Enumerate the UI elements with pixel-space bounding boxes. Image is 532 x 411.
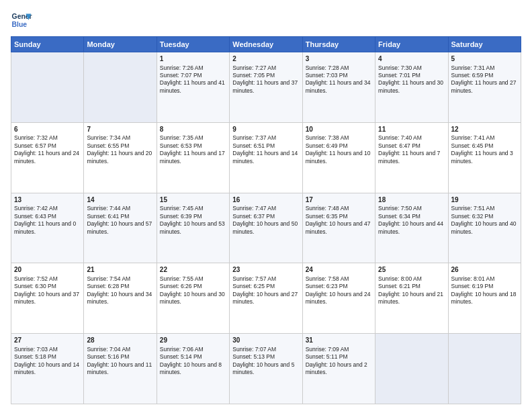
sunrise-text: Sunrise: 7:07 AM bbox=[232, 346, 276, 353]
sunrise-text: Sunrise: 7:06 AM bbox=[160, 346, 204, 353]
logo-icon: General Blue bbox=[11, 9, 32, 31]
day-number: 8 bbox=[160, 125, 226, 134]
day-number: 7 bbox=[87, 125, 153, 134]
daylight-text: Daylight: 11 hours and 30 minutes. bbox=[378, 79, 443, 93]
sunset-text: Sunset: 6:19 PM bbox=[451, 283, 494, 289]
calendar-cell: 22Sunrise: 7:55 AMSunset: 6:26 PMDayligh… bbox=[157, 263, 229, 334]
daylight-text: Daylight: 11 hours and 34 minutes. bbox=[306, 79, 371, 93]
calendar-cell: 26Sunrise: 8:01 AMSunset: 6:19 PMDayligh… bbox=[448, 263, 521, 334]
daylight-text: Daylight: 10 hours and 14 minutes. bbox=[14, 361, 79, 375]
calendar-row-0: 1Sunrise: 7:26 AMSunset: 7:07 PMDaylight… bbox=[11, 52, 521, 123]
daylight-text: Daylight: 11 hours and 37 minutes. bbox=[232, 79, 298, 93]
day-number: 5 bbox=[451, 54, 518, 64]
calendar-cell: 6Sunrise: 7:32 AMSunset: 6:57 PMDaylight… bbox=[11, 122, 84, 193]
sunrise-text: Sunrise: 7:45 AM bbox=[160, 205, 204, 212]
calendar-row-4: 27Sunrise: 7:03 AMSunset: 5:18 PMDayligh… bbox=[11, 334, 521, 404]
sunrise-text: Sunrise: 7:58 AM bbox=[306, 275, 349, 282]
sunrise-text: Sunrise: 8:00 AM bbox=[378, 275, 422, 282]
sunrise-text: Sunrise: 7:32 AM bbox=[14, 134, 58, 141]
calendar-cell: 7Sunrise: 7:34 AMSunset: 6:55 PMDaylight… bbox=[84, 122, 157, 193]
weekday-header-friday: Friday bbox=[375, 37, 448, 52]
day-number: 1 bbox=[160, 54, 226, 64]
day-number: 25 bbox=[378, 265, 445, 275]
calendar-cell: 4Sunrise: 7:30 AMSunset: 7:01 PMDaylight… bbox=[375, 52, 448, 123]
calendar-cell: 20Sunrise: 7:52 AMSunset: 6:30 PMDayligh… bbox=[11, 263, 84, 334]
calendar-cell: 10Sunrise: 7:38 AMSunset: 6:49 PMDayligh… bbox=[302, 122, 375, 193]
svg-text:Blue: Blue bbox=[12, 21, 28, 28]
day-number: 30 bbox=[232, 336, 299, 345]
calendar-cell: 30Sunrise: 7:07 AMSunset: 5:13 PMDayligh… bbox=[230, 334, 302, 404]
daylight-text: Daylight: 10 hours and 24 minutes. bbox=[306, 291, 371, 305]
day-number: 28 bbox=[87, 336, 153, 345]
sunrise-text: Sunrise: 7:27 AM bbox=[232, 64, 276, 71]
sunset-text: Sunset: 6:37 PM bbox=[232, 213, 275, 220]
sunrise-text: Sunrise: 7:51 AM bbox=[451, 205, 495, 212]
calendar-cell: 12Sunrise: 7:41 AMSunset: 6:45 PMDayligh… bbox=[448, 122, 521, 193]
day-number: 11 bbox=[378, 125, 445, 134]
day-number: 27 bbox=[14, 336, 81, 345]
calendar-cell: 9Sunrise: 7:37 AMSunset: 6:51 PMDaylight… bbox=[230, 122, 302, 193]
daylight-text: Daylight: 11 hours and 3 minutes. bbox=[451, 150, 513, 164]
sunset-text: Sunset: 7:03 PM bbox=[306, 72, 348, 79]
calendar-cell: 19Sunrise: 7:51 AMSunset: 6:32 PMDayligh… bbox=[448, 193, 521, 263]
daylight-text: Daylight: 11 hours and 27 minutes. bbox=[451, 79, 517, 93]
sunrise-text: Sunrise: 7:40 AM bbox=[378, 134, 422, 141]
calendar-row-2: 13Sunrise: 7:42 AMSunset: 6:43 PMDayligh… bbox=[11, 193, 521, 263]
daylight-text: Daylight: 10 hours and 2 minutes. bbox=[306, 361, 367, 375]
daylight-text: Daylight: 10 hours and 44 minutes. bbox=[378, 220, 443, 234]
sunset-text: Sunset: 6:32 PM bbox=[451, 213, 494, 220]
sunrise-text: Sunrise: 7:09 AM bbox=[306, 346, 349, 353]
daylight-text: Daylight: 10 hours and 37 minutes. bbox=[14, 291, 79, 305]
sunset-text: Sunset: 7:01 PM bbox=[378, 72, 420, 79]
calendar-cell: 28Sunrise: 7:04 AMSunset: 5:16 PMDayligh… bbox=[84, 334, 157, 404]
day-number: 9 bbox=[232, 125, 299, 134]
sunset-text: Sunset: 5:11 PM bbox=[306, 353, 348, 360]
sunset-text: Sunset: 6:43 PM bbox=[14, 213, 56, 220]
daylight-text: Daylight: 11 hours and 0 minutes. bbox=[14, 220, 76, 234]
daylight-text: Daylight: 10 hours and 53 minutes. bbox=[160, 220, 225, 234]
day-number: 18 bbox=[378, 195, 445, 205]
sunset-text: Sunset: 6:34 PM bbox=[378, 213, 420, 220]
calendar-cell: 13Sunrise: 7:42 AMSunset: 6:43 PMDayligh… bbox=[11, 193, 84, 263]
day-number: 14 bbox=[87, 195, 153, 205]
day-number: 31 bbox=[306, 336, 372, 345]
day-number: 16 bbox=[232, 195, 299, 205]
calendar-cell: 23Sunrise: 7:57 AMSunset: 6:25 PMDayligh… bbox=[230, 263, 302, 334]
sunrise-text: Sunrise: 7:42 AM bbox=[14, 205, 58, 212]
weekday-header-thursday: Thursday bbox=[302, 37, 375, 52]
weekday-header-sunday: Sunday bbox=[11, 37, 84, 52]
weekday-header-tuesday: Tuesday bbox=[157, 37, 229, 52]
sunrise-text: Sunrise: 7:03 AM bbox=[14, 346, 58, 353]
day-number: 12 bbox=[451, 125, 518, 134]
sunset-text: Sunset: 6:25 PM bbox=[232, 283, 275, 289]
sunrise-text: Sunrise: 7:30 AM bbox=[378, 64, 422, 71]
day-number: 24 bbox=[306, 265, 372, 275]
sunrise-text: Sunrise: 7:37 AM bbox=[232, 134, 276, 141]
calendar-cell: 24Sunrise: 7:58 AMSunset: 6:23 PMDayligh… bbox=[302, 263, 375, 334]
sunrise-text: Sunrise: 7:57 AM bbox=[232, 275, 276, 282]
sunset-text: Sunset: 6:57 PM bbox=[14, 142, 56, 149]
day-number: 6 bbox=[14, 125, 81, 134]
day-number: 20 bbox=[14, 265, 81, 275]
daylight-text: Daylight: 10 hours and 50 minutes. bbox=[232, 220, 298, 234]
day-number: 19 bbox=[451, 195, 518, 205]
day-number: 3 bbox=[306, 54, 372, 64]
sunset-text: Sunset: 6:35 PM bbox=[306, 213, 348, 220]
sunrise-text: Sunrise: 8:01 AM bbox=[451, 275, 495, 282]
sunrise-text: Sunrise: 7:38 AM bbox=[306, 134, 349, 141]
calendar-cell: 8Sunrise: 7:35 AMSunset: 6:53 PMDaylight… bbox=[157, 122, 229, 193]
daylight-text: Daylight: 10 hours and 11 minutes. bbox=[87, 361, 152, 375]
sunset-text: Sunset: 6:28 PM bbox=[87, 283, 129, 289]
day-number: 4 bbox=[378, 54, 445, 64]
weekday-header-wednesday: Wednesday bbox=[230, 37, 302, 52]
calendar-cell: 11Sunrise: 7:40 AMSunset: 6:47 PMDayligh… bbox=[375, 122, 448, 193]
daylight-text: Daylight: 10 hours and 5 minutes. bbox=[232, 361, 294, 375]
daylight-text: Daylight: 11 hours and 17 minutes. bbox=[160, 150, 225, 164]
sunset-text: Sunset: 7:07 PM bbox=[160, 72, 202, 79]
sunrise-text: Sunrise: 7:55 AM bbox=[160, 275, 204, 282]
calendar-cell: 2Sunrise: 7:27 AMSunset: 7:05 PMDaylight… bbox=[230, 52, 302, 123]
calendar-cell: 17Sunrise: 7:48 AMSunset: 6:35 PMDayligh… bbox=[302, 193, 375, 263]
daylight-text: Daylight: 10 hours and 57 minutes. bbox=[87, 220, 152, 234]
calendar-cell: 31Sunrise: 7:09 AMSunset: 5:11 PMDayligh… bbox=[302, 334, 375, 404]
daylight-text: Daylight: 10 hours and 47 minutes. bbox=[306, 220, 371, 234]
